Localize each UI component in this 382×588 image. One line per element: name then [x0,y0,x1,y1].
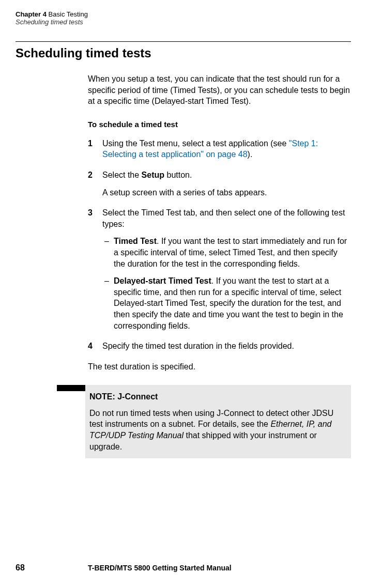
page-footer: 68 T-BERD/MTS 5800 Getting Started Manua… [16,563,351,572]
step-text-after: ). [248,150,253,159]
bullet-dash: – [102,236,114,269]
step-4: 4 Specify the timed test duration in the… [88,341,351,352]
horizontal-rule [16,41,351,42]
bullet-item-timed-test: – Timed Test. If you want the test to st… [102,236,351,269]
step-body: Select the Setup button. A setup screen … [102,169,351,198]
step-number: 1 [88,138,102,160]
option-title: Delayed-start Timed Test [114,276,211,285]
step-body: Using the Test menu, select a test appli… [102,138,351,160]
step-2: 2 Select the Setup button. A setup scree… [88,169,351,198]
footer-manual-title: T-BERD/MTS 5800 Getting Started Manual [88,564,232,572]
chapter-title-text: Basic Testing [49,10,88,18]
note-title: NOTE: J-Connect [89,391,343,403]
step-body: Specify the timed test duration in the f… [102,341,351,352]
bullet-item-delayed-start: – Delayed-start Timed Test. If you want … [102,275,351,331]
intro-paragraph: When you setup a test, you can indicate … [88,73,351,107]
section-title: Scheduling timed tests [16,46,351,60]
step-number: 3 [88,207,102,331]
note-box: NOTE: J-Connect Do not run timed tests w… [85,385,351,458]
option-title: Timed Test [114,237,157,245]
step-3: 3 Select the Timed Test tab, and then se… [88,207,351,331]
chapter-number: Chapter 4 [16,10,47,18]
page-header: Chapter 4 Basic Testing Scheduling timed… [16,10,351,26]
note-marker-bar [57,385,85,458]
content-area: When you setup a test, you can indicate … [88,73,351,372]
bullet-body: Delayed-start Timed Test. If you want th… [114,275,351,331]
note-marker [57,385,85,391]
step-1: 1 Using the Test menu, select a test app… [88,138,351,160]
step-text-after: button. [164,171,192,179]
step-text: Select the Timed Test tab, and then sele… [102,208,345,228]
step-number: 2 [88,169,102,198]
note-container: NOTE: J-Connect Do not run timed tests w… [57,385,351,458]
step-text: Using the Test menu, select a test appli… [102,139,289,148]
page-number: 68 [16,563,88,572]
result-paragraph: The test duration is specified. [88,361,351,373]
header-subtitle: Scheduling timed tests [16,18,351,26]
ui-element-label: Setup [142,171,164,179]
procedure-heading: To schedule a timed test [88,120,351,129]
note-body: Do not run timed tests when using J-Conn… [89,408,343,452]
step-substep: A setup screen with a series of tabs app… [102,187,351,198]
step-body: Select the Timed Test tab, and then sele… [102,207,351,331]
bullet-body: Timed Test. If you want the test to star… [114,236,351,269]
step-number: 4 [88,341,102,352]
step-text: Select the [102,171,142,179]
bullet-dash: – [102,275,114,331]
